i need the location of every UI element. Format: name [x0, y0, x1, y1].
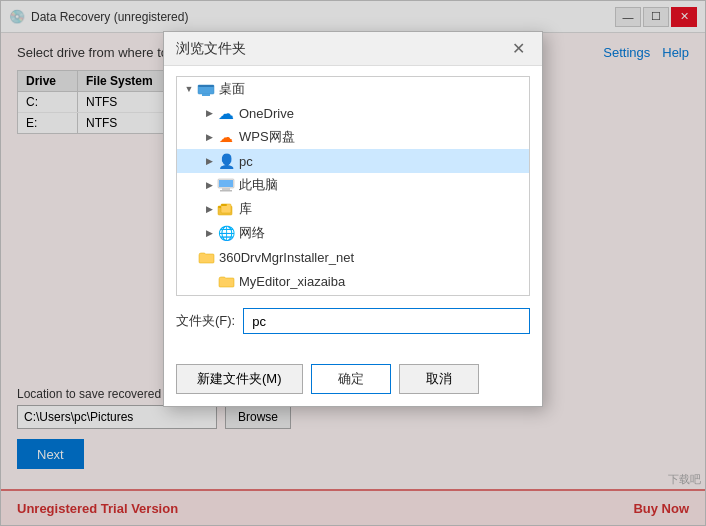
svg-rect-5 — [222, 188, 230, 190]
svg-rect-2 — [198, 85, 214, 87]
tree-item-thispc[interactable]: ▶ 此电脑 — [177, 173, 529, 197]
icon-onedrive: ☁ — [217, 104, 235, 122]
dialog-overlay: 浏览文件夹 ✕ ▼ — [1, 1, 705, 525]
expand-thispc[interactable]: ▶ — [201, 177, 217, 193]
svg-rect-10 — [221, 204, 227, 206]
expand-wps[interactable]: ▶ — [201, 129, 217, 145]
expand-network[interactable]: ▶ — [201, 225, 217, 241]
folder-input-row: 文件夹(F): — [176, 308, 530, 334]
icon-desktop — [197, 80, 215, 98]
dialog-body: ▼ 桌面 ▶ ☁ — [164, 66, 542, 356]
svg-rect-1 — [202, 94, 210, 96]
tree-label-onedrive: OneDrive — [239, 106, 294, 121]
icon-myeditor — [217, 272, 235, 290]
icon-wps: ☁ — [217, 128, 235, 146]
icon-thispc — [217, 176, 235, 194]
tree-label-myeditor: MyEditor_xiazaiba — [239, 274, 345, 289]
folder-tree[interactable]: ▼ 桌面 ▶ ☁ — [176, 76, 530, 296]
tree-item-wps[interactable]: ▶ ☁ WPS网盘 — [177, 125, 529, 149]
tree-item-library[interactable]: ▶ 库 — [177, 197, 529, 221]
svg-rect-4 — [219, 180, 233, 187]
expand-desktop[interactable]: ▼ — [181, 81, 197, 97]
tree-item-onedrive[interactable]: ▶ ☁ OneDrive — [177, 101, 529, 125]
new-folder-button[interactable]: 新建文件夹(M) — [176, 364, 303, 394]
tree-item-network[interactable]: ▶ 🌐 网络 — [177, 221, 529, 245]
tree-item-win10[interactable]: ▶ Windows10yisheng — [177, 293, 529, 296]
cancel-button[interactable]: 取消 — [399, 364, 479, 394]
expand-onedrive[interactable]: ▶ — [201, 105, 217, 121]
icon-pc: 👤 — [217, 152, 235, 170]
tree-item-pc[interactable]: ▶ 👤 pc — [177, 149, 529, 173]
folder-label: 文件夹(F): — [176, 312, 235, 330]
dialog-close-button[interactable]: ✕ — [506, 39, 530, 59]
tree-label-network: 网络 — [239, 224, 265, 242]
tree-label-library: 库 — [239, 200, 252, 218]
icon-library — [217, 200, 235, 218]
ok-button[interactable]: 确定 — [311, 364, 391, 394]
expand-library[interactable]: ▶ — [201, 201, 217, 217]
icon-network: 🌐 — [217, 224, 235, 242]
tree-label-pc: pc — [239, 154, 253, 169]
icon-360 — [197, 248, 215, 266]
tree-label-wps: WPS网盘 — [239, 128, 295, 146]
browse-folder-dialog: 浏览文件夹 ✕ ▼ — [163, 31, 543, 407]
tree-label-360: 360DrvMgrInstaller_net — [219, 250, 354, 265]
dialog-buttons: 新建文件夹(M) 确定 取消 — [164, 356, 542, 406]
tree-item-myeditor[interactable]: ▶ MyEditor_xiazaiba — [177, 269, 529, 293]
main-window: 💿 Data Recovery (unregistered) — ☐ ✕ Sel… — [0, 0, 706, 526]
tree-item-360[interactable]: ▶ 360DrvMgrInstaller_net — [177, 245, 529, 269]
expand-pc[interactable]: ▶ — [201, 153, 217, 169]
folder-input[interactable] — [243, 308, 530, 334]
dialog-title: 浏览文件夹 — [176, 40, 246, 58]
dialog-title-bar: 浏览文件夹 ✕ — [164, 32, 542, 66]
tree-label-desktop: 桌面 — [219, 80, 245, 98]
tree-item-desktop[interactable]: ▼ 桌面 — [177, 77, 529, 101]
svg-rect-6 — [220, 190, 232, 192]
tree-label-thispc: 此电脑 — [239, 176, 278, 194]
